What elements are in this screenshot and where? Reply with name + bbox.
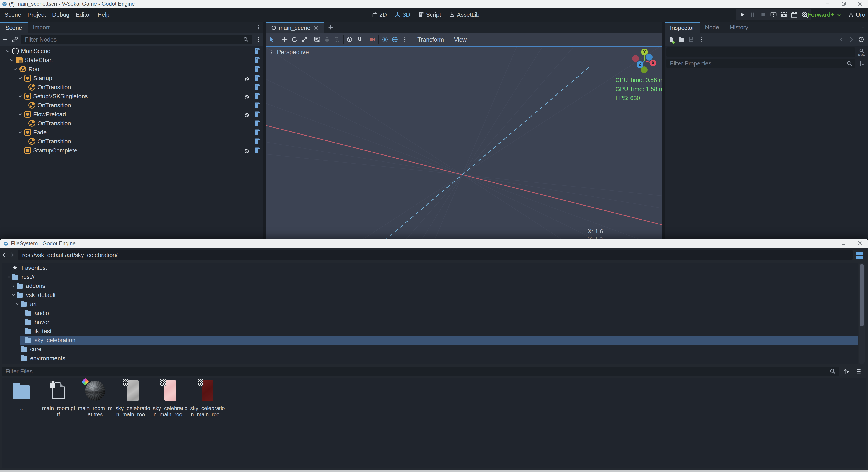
tree-scrollbar[interactable]: [859, 263, 865, 364]
menu-debug[interactable]: Debug: [49, 8, 73, 22]
current-path-input[interactable]: [18, 250, 852, 260]
tree-node-ontransition[interactable]: OnTransition: [0, 137, 264, 146]
tree-node-mainscene[interactable]: MainScene: [0, 46, 264, 56]
camera-preview-toggle[interactable]: [367, 33, 377, 46]
signal-icon[interactable]: [244, 75, 252, 81]
property-tools-button[interactable]: [855, 60, 868, 67]
tree-node-startup[interactable]: Startup: [0, 74, 264, 83]
signal-icon[interactable]: [244, 147, 252, 154]
fs-environments[interactable]: environments: [2, 353, 858, 363]
stop-button[interactable]: [758, 9, 768, 20]
add-node-button[interactable]: [0, 33, 10, 46]
instance-scene-button[interactable]: [10, 33, 20, 46]
tree-node-ontransition[interactable]: OnTransition: [0, 119, 264, 128]
inspector-menu-button[interactable]: [860, 22, 866, 33]
signal-icon[interactable]: [244, 93, 252, 100]
fs-haven[interactable]: haven: [2, 317, 858, 327]
workspace-tab-script[interactable]: Script: [415, 8, 444, 22]
signal-icon[interactable]: [244, 111, 252, 117]
scene-tree-options-button[interactable]: [253, 33, 264, 46]
sort-files-button[interactable]: [840, 368, 852, 375]
viewport-3d[interactable]: Perspective Y X Z CPU Time: 0.58 ms GPU …: [266, 46, 662, 239]
filter-nodes-input[interactable]: [21, 35, 243, 44]
fs-favorites[interactable]: Favorites:: [2, 263, 858, 272]
history-back-button[interactable]: [836, 33, 846, 46]
script-icon[interactable]: [254, 120, 261, 127]
file-main-room-gltf[interactable]: main_room.gltf: [41, 380, 75, 420]
group-button[interactable]: [332, 33, 342, 46]
expand-arrow-icon[interactable]: [9, 58, 15, 62]
fs-core[interactable]: core: [2, 345, 858, 353]
minimize-button[interactable]: [819, 239, 835, 247]
maximize-button[interactable]: [835, 239, 852, 247]
expand-arrow-icon[interactable]: [11, 293, 17, 297]
workspace-tab-assetlib[interactable]: AssetLib: [445, 8, 483, 22]
save-resource-button[interactable]: [686, 33, 696, 46]
expand-arrow-icon[interactable]: [16, 302, 21, 306]
load-resource-button[interactable]: [676, 33, 686, 46]
fs-ik-test[interactable]: ik_test: [2, 327, 858, 336]
tab-inspector[interactable]: Inspector: [664, 22, 700, 33]
tree-node-flowpreload[interactable]: FlowPreload: [0, 110, 264, 119]
tab-history[interactable]: History: [724, 22, 754, 33]
snap-toggle[interactable]: [355, 33, 365, 46]
toggle-split-mode-button[interactable]: [856, 251, 864, 259]
expand-arrow-icon[interactable]: [7, 275, 12, 279]
fs-sky-celebration[interactable]: sky_celebration: [2, 336, 858, 345]
new-scene-tab-button[interactable]: [328, 22, 334, 33]
expand-arrow-icon[interactable]: [6, 49, 11, 53]
play-custom-scene-button[interactable]: [779, 9, 789, 20]
view-menu[interactable]: View: [449, 33, 472, 46]
list-select-tool-button[interactable]: [312, 33, 322, 46]
close-button[interactable]: [852, 239, 868, 247]
perspective-menu[interactable]: Perspective: [269, 49, 309, 56]
menu-project[interactable]: Project: [24, 8, 49, 22]
expand-arrow-icon[interactable]: [18, 130, 23, 135]
minimize-button[interactable]: [819, 0, 835, 8]
script-icon[interactable]: [254, 147, 261, 154]
object-history-button[interactable]: [856, 33, 866, 46]
menu-help[interactable]: Help: [94, 8, 113, 22]
menu-editor[interactable]: Editor: [72, 8, 94, 22]
tab-scene[interactable]: Scene: [0, 22, 28, 33]
close-tab-icon[interactable]: [313, 25, 318, 30]
account-button[interactable]: Uro: [848, 8, 865, 22]
fs-addons[interactable]: addons: [2, 281, 858, 291]
expand-arrow-icon[interactable]: [18, 94, 23, 98]
script-icon[interactable]: [254, 75, 261, 81]
fs-res-root[interactable]: res://: [2, 272, 858, 281]
file-sky-celebration-texture-3[interactable]: sky_celebration_main_roo...: [191, 380, 224, 420]
restore-button[interactable]: [835, 0, 852, 8]
file-sky-celebration-texture-2[interactable]: sky_celebration_main_roo...: [153, 380, 187, 420]
sun-toggle[interactable]: [380, 33, 390, 46]
fs-audio[interactable]: audio: [2, 308, 858, 317]
tab-import[interactable]: Import: [28, 22, 55, 33]
tree-node-startupcomplete[interactable]: StartupComplete: [0, 146, 264, 155]
script-icon[interactable]: [254, 84, 261, 91]
script-icon[interactable]: [254, 93, 261, 100]
tab-node[interactable]: Node: [700, 22, 724, 33]
file-sky-celebration-texture-1[interactable]: sky_celebration_main_roo...: [116, 380, 150, 420]
gizmo-neg-z-ball[interactable]: [646, 54, 653, 61]
file-main-room-mat-tres[interactable]: main_room_mat.tres: [78, 380, 112, 420]
gizmo-neg-y-ball[interactable]: [641, 66, 648, 73]
rotate-tool-button[interactable]: [289, 33, 300, 46]
menu-scene[interactable]: Scene: [1, 8, 24, 22]
dock-menu-button[interactable]: [256, 22, 261, 33]
script-icon[interactable]: [254, 48, 261, 55]
renderer-select[interactable]: Forward+: [807, 8, 842, 22]
open-docs-button[interactable]: DOC: [855, 48, 868, 57]
script-icon[interactable]: [254, 138, 261, 145]
gizmo-z-ball[interactable]: Z: [637, 61, 643, 68]
expand-arrow-icon[interactable]: [11, 284, 17, 288]
scale-tool-button[interactable]: [300, 33, 309, 46]
filter-properties-input[interactable]: [666, 59, 846, 68]
move-tool-button[interactable]: [280, 33, 289, 46]
close-button[interactable]: [852, 0, 868, 8]
play-button[interactable]: [737, 9, 747, 20]
pause-button[interactable]: [747, 9, 758, 20]
gizmo-x-ball[interactable]: X: [650, 60, 656, 66]
local-space-toggle[interactable]: [345, 33, 355, 46]
resource-options-button[interactable]: [696, 33, 706, 46]
play-scene-button[interactable]: [768, 9, 779, 20]
